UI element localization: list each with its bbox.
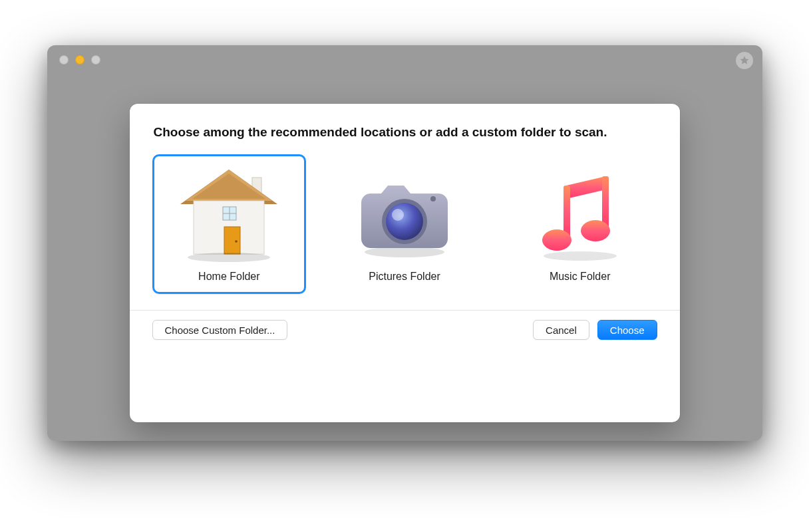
titlebar: [47, 45, 762, 74]
minimize-window-button[interactable]: [75, 55, 84, 65]
option-pictures-folder[interactable]: Pictures Folder: [327, 154, 482, 294]
music-note-icon: [524, 164, 637, 264]
svg-rect-8: [224, 227, 240, 254]
dialog-footer: Choose Custom Folder... Cancel Choose: [152, 311, 657, 352]
choose-custom-folder-button[interactable]: Choose Custom Folder...: [152, 320, 288, 340]
svg-point-19: [542, 229, 571, 251]
option-music-folder[interactable]: Music Folder: [503, 154, 657, 294]
home-folder-icon: [172, 164, 285, 264]
svg-point-20: [581, 220, 610, 241]
dialog-heading: Choose among the recommended locations o…: [154, 125, 657, 140]
svg-rect-17: [564, 186, 570, 237]
choose-folder-sheet: Choose among the recommended locations o…: [130, 104, 680, 422]
location-options: Home Folder: [152, 154, 657, 294]
svg-point-12: [430, 196, 436, 201]
option-label: Home Folder: [198, 271, 259, 283]
camera-icon: [348, 164, 461, 264]
zoom-window-button[interactable]: [91, 55, 100, 65]
star-icon[interactable]: [736, 52, 753, 69]
svg-point-14: [386, 203, 423, 240]
option-label: Music Folder: [550, 271, 611, 283]
option-home-folder[interactable]: Home Folder: [152, 154, 307, 294]
traffic-lights: [59, 55, 100, 65]
cancel-button[interactable]: Cancel: [533, 320, 589, 340]
svg-point-16: [544, 251, 617, 261]
svg-point-11: [365, 247, 444, 257]
app-window: Choose among the recommended locations o…: [47, 45, 762, 441]
svg-point-15: [392, 209, 404, 221]
svg-point-9: [236, 240, 238, 243]
close-window-button[interactable]: [59, 55, 69, 65]
svg-point-10: [188, 253, 270, 262]
svg-rect-18: [602, 176, 609, 228]
option-label: Pictures Folder: [369, 271, 440, 283]
choose-button[interactable]: Choose: [597, 320, 657, 340]
